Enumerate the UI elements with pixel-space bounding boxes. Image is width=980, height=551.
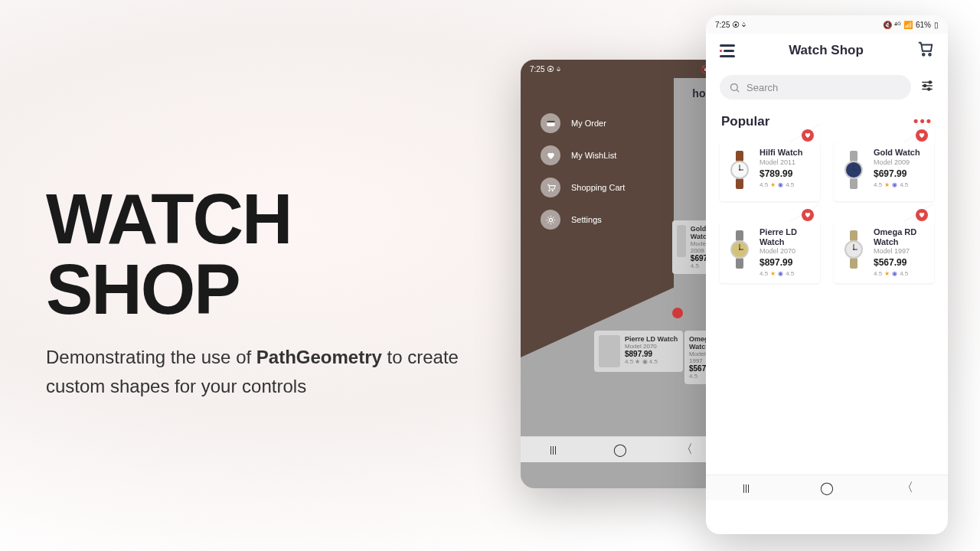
svg-rect-1 bbox=[547, 120, 554, 122]
drawer-item-icon bbox=[541, 210, 560, 230]
svg-point-8 bbox=[929, 81, 931, 83]
phone-drawer: 7:25 ⦿ ♤ 🔇 hop My OrderMy WishListShoppi… bbox=[521, 60, 720, 488]
svg-point-5 bbox=[923, 54, 925, 56]
favorite-button[interactable] bbox=[802, 129, 814, 142]
product-name: Hilfi Watch bbox=[760, 148, 814, 158]
svg-rect-11 bbox=[736, 151, 743, 161]
product-name: Pierre LD Watch bbox=[625, 335, 678, 343]
status-time: 7:25 bbox=[530, 65, 544, 73]
status-bar: 7:25 ⦿ ♤ 🔇 bbox=[521, 60, 720, 78]
product-model: Model 2070 bbox=[625, 343, 678, 350]
drawer-item-label: My Order bbox=[571, 119, 606, 128]
svg-rect-19 bbox=[850, 178, 858, 189]
svg-rect-33 bbox=[850, 258, 858, 269]
status-bar: 7:25 ⦿ ♤ 🔇 ⁴ᴳ 📶 61% ▯ bbox=[706, 15, 948, 34]
favorite-button[interactable] bbox=[916, 209, 928, 221]
product-model: Model 2070 bbox=[760, 247, 814, 255]
app-bar: Watch Shop bbox=[706, 34, 948, 67]
drawer-item-icon bbox=[541, 145, 560, 165]
headline: WATCH SHOP bbox=[46, 184, 475, 324]
product-model: Model 2011 bbox=[760, 158, 814, 166]
product-card[interactable]: Pierre LD WatchModel 2070$897.994.5 ★ ◉ … bbox=[720, 221, 820, 283]
product-price: $697.99 bbox=[874, 168, 928, 179]
product-model: Model 1997 bbox=[874, 247, 928, 255]
svg-point-9 bbox=[924, 85, 926, 87]
drawer-item[interactable]: My Order bbox=[541, 113, 674, 133]
product-rating: 4.5 ★ ◉ 4.5 bbox=[625, 358, 678, 365]
product-rating: 4.5 ★ ◉ 4.5 bbox=[760, 181, 814, 188]
drawer-item-label: Settings bbox=[571, 215, 602, 224]
product-name: Gold Watch bbox=[874, 148, 928, 158]
subline-bold: PathGeometry bbox=[256, 347, 382, 367]
menu-icon[interactable] bbox=[720, 44, 735, 57]
svg-point-2 bbox=[548, 190, 550, 191]
favorite-button[interactable] bbox=[916, 129, 928, 142]
product-price: $897.99 bbox=[625, 350, 678, 358]
android-navbar: ⫼ ◯ 〈 bbox=[706, 474, 948, 500]
svg-point-4 bbox=[549, 218, 552, 221]
product-rating: 4.5 ★ ◉ 4.5 bbox=[874, 181, 928, 188]
drawer-item[interactable]: Settings bbox=[541, 210, 674, 230]
android-navbar: ⫼ ◯ 〈 bbox=[521, 436, 720, 462]
nav-back-icon[interactable]: 〈 bbox=[893, 480, 921, 496]
watch-thumbnail bbox=[726, 148, 753, 192]
watch-thumbnail bbox=[677, 225, 686, 257]
svg-point-10 bbox=[928, 88, 930, 90]
product-name: Omega RD Watch bbox=[874, 227, 928, 246]
product-price: $897.99 bbox=[760, 257, 814, 268]
search-input[interactable]: Search bbox=[720, 75, 911, 99]
nav-home-icon[interactable]: ◯ bbox=[606, 442, 634, 457]
product-card[interactable]: Omega RD WatchModel 1997$567.994.5 ★ ◉ 4… bbox=[834, 221, 934, 283]
subline: Demonstrating the use of PathGeometry to… bbox=[46, 343, 475, 402]
nav-recent-icon[interactable]: ⫼ bbox=[540, 443, 567, 457]
section-title: Popular bbox=[721, 114, 769, 129]
status-time: 7:25 bbox=[715, 21, 730, 29]
nav-drawer: My OrderMy WishListShopping CartSettings bbox=[521, 78, 674, 357]
nav-home-icon[interactable]: ◯ bbox=[813, 481, 841, 495]
drawer-item-icon bbox=[541, 113, 560, 133]
product-price: $567.99 bbox=[874, 257, 928, 268]
drawer-item-icon bbox=[541, 178, 560, 197]
search-placeholder: Search bbox=[746, 82, 778, 93]
product-card[interactable]: Gold WatchModel 2009$697.994.5 ★ ◉ 4.5 bbox=[834, 142, 934, 201]
watch-thumbnail bbox=[840, 148, 867, 192]
drawer-item[interactable]: Shopping Cart bbox=[541, 178, 674, 197]
favorite-button[interactable] bbox=[802, 209, 814, 221]
product-rating: 4.5 ★ ◉ 4.5 bbox=[760, 270, 814, 277]
nav-recent-icon[interactable]: ⫼ bbox=[733, 481, 760, 495]
svg-point-3 bbox=[551, 190, 553, 191]
svg-rect-26 bbox=[736, 258, 743, 269]
subline-pre: Demonstrating the use of bbox=[46, 347, 256, 367]
app-title: Watch Shop bbox=[789, 43, 864, 58]
status-battery: 61% bbox=[916, 21, 931, 29]
svg-point-7 bbox=[731, 83, 738, 90]
watch-thumbnail bbox=[726, 227, 753, 272]
heart-icon[interactable] bbox=[672, 308, 683, 318]
filter-icon[interactable] bbox=[920, 79, 934, 96]
drawer-item-label: My WishList bbox=[571, 151, 616, 160]
svg-rect-32 bbox=[850, 230, 858, 241]
watch-thumbnail bbox=[840, 227, 867, 272]
watch-thumbnail bbox=[599, 335, 620, 367]
nav-back-icon[interactable]: 〈 bbox=[673, 442, 701, 458]
product-card[interactable]: Hilfi WatchModel 2011$789.994.5 ★ ◉ 4.5 bbox=[720, 142, 820, 201]
svg-point-6 bbox=[929, 54, 931, 56]
svg-rect-12 bbox=[736, 178, 743, 189]
drawer-item[interactable]: My WishList bbox=[541, 145, 674, 165]
cart-icon[interactable] bbox=[917, 41, 934, 60]
product-price: $789.99 bbox=[760, 168, 814, 179]
product-name: Pierre LD Watch bbox=[760, 227, 814, 246]
search-icon bbox=[729, 82, 740, 93]
phone-main: 7:25 ⦿ ♤ 🔇 ⁴ᴳ 📶 61% ▯ Watch Shop Search bbox=[706, 15, 948, 534]
product-rating: 4.5 ★ ◉ 4.5 bbox=[874, 270, 928, 277]
drawer-item-label: Shopping Cart bbox=[571, 183, 625, 192]
status-icons: 🔇 ⁴ᴳ 📶 61% ▯ bbox=[883, 21, 939, 29]
svg-rect-18 bbox=[850, 151, 858, 161]
svg-rect-25 bbox=[736, 230, 743, 241]
product-model: Model 2009 bbox=[874, 158, 928, 166]
